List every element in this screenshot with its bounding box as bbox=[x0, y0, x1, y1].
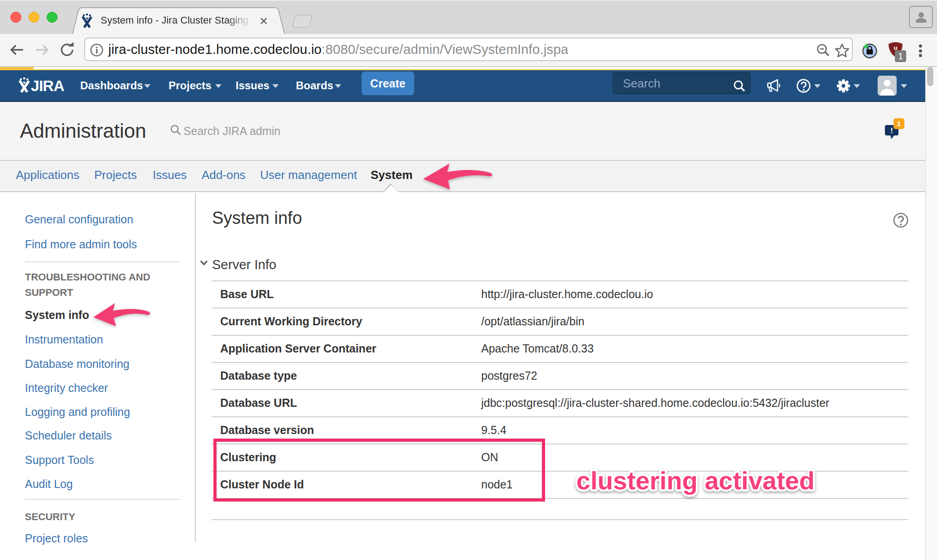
svg-text:clustering activated: clustering activated bbox=[576, 466, 815, 495]
svg-text:!: ! bbox=[890, 126, 893, 135]
svg-text:1: 1 bbox=[897, 120, 901, 127]
